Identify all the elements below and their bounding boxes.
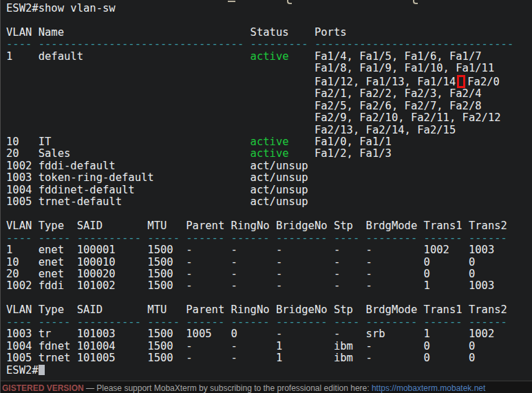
terminal[interactable]: ESW2#show vlan-sw VLAN Name Status Ports… xyxy=(1,0,532,381)
terminal-text: 1 default xyxy=(6,50,251,63)
text-cursor xyxy=(39,365,45,375)
statusbar-message: — Please support MobaXterm by subscribin… xyxy=(84,383,372,393)
terminal-line: 1002 fddi 101002 1500 - - - - - 1 1003 xyxy=(6,280,532,292)
terminal-text: Fa2/5, Fa2/6, Fa2/7, Fa2/8 xyxy=(6,100,482,112)
annotation-red-box xyxy=(457,75,465,88)
terminal-text: 20 Sales xyxy=(6,147,251,160)
terminal-line: Fa2/9, Fa2/10, Fa2/11, Fa2/12 xyxy=(6,112,532,124)
terminal-line: 1002 fddi-default act/unsup xyxy=(6,160,532,172)
status-bar: GISTERED VERSION — Please support MobaXt… xyxy=(1,381,532,393)
terminal-line: Fa2/1, Fa2/2, Fa2/3, Fa2/4 xyxy=(6,88,532,100)
terminal-line: Fa2/5, Fa2/6, Fa2/7, Fa2/8 xyxy=(6,100,532,112)
terminal-text: 1004 fdnet 101004 1500 - - 1 ibm - 0 0 xyxy=(6,340,475,352)
clipped-text-fragment xyxy=(287,0,292,4)
terminal-text: 1004 fddinet-default act/unsup xyxy=(6,184,308,196)
mobaxterm-url-link[interactable]: https://mobaxterm.mobatek.net xyxy=(372,383,485,393)
terminal-text: Fa1/12, Fa1/13, Fa1/14 xyxy=(6,76,456,88)
terminal-line xyxy=(6,293,532,304)
terminal-line: Fa2/13, Fa2/14, Fa2/15 xyxy=(6,125,532,136)
terminal-line: Fa1/8, Fa1/9, Fa1/10, Fa1/11 xyxy=(6,63,532,74)
terminal-line: 10 enet 100010 1500 - - - - - 0 0 xyxy=(6,257,532,268)
unregistered-version-label: GISTERED VERSION xyxy=(2,383,84,393)
terminal-line: ---- -------------------------------- --… xyxy=(6,39,532,50)
terminal-output: ESW2#show vlan-sw VLAN Name Status Ports… xyxy=(6,3,532,376)
terminal-text: VLAN Type SAID MTU Parent RingNo BridgeN… xyxy=(6,220,507,232)
terminal-line: 1 enet 100001 1500 - - - - - 1002 1003 xyxy=(6,244,532,256)
terminal-line: 1003 tr 101003 1500 1005 0 - - srb 1 100… xyxy=(6,328,532,340)
terminal-line: 1005 trnet 101005 1500 - - 1 ibm - 0 0 xyxy=(6,352,532,364)
terminal-text: ESW2# xyxy=(6,364,39,376)
terminal-line: ESW2# xyxy=(6,365,532,376)
terminal-text: 10 IT xyxy=(6,136,251,148)
terminal-text: Fa2/0 xyxy=(467,76,500,88)
terminal-line: VLAN Name Status Ports xyxy=(6,27,532,39)
terminal-text: 1002 fddi 101002 1500 - - - - - 1 1003 xyxy=(6,279,494,292)
table-separator: ---- -------------------------------- --… xyxy=(6,38,513,50)
terminal-line: 1005 trnet-default act/unsup xyxy=(6,196,532,208)
terminal-line: ESW2#show vlan-sw xyxy=(6,3,532,14)
terminal-text: 1005 trnet 101005 1500 - - 1 ibm - 0 0 xyxy=(6,352,475,364)
terminal-line: 10 IT active Fa1/0, Fa1/1 xyxy=(6,136,532,148)
terminal-line: VLAN Type SAID MTU Parent RingNo BridgeN… xyxy=(6,220,532,232)
terminal-line: 20 enet 100020 1500 - - - - - 0 0 xyxy=(6,268,532,280)
vlan-status-active: active xyxy=(251,50,289,63)
table-separator: ---- ----- ---------- ----- ------ -----… xyxy=(6,316,507,328)
terminal-line: ---- ----- ---------- ----- ------ -----… xyxy=(6,233,532,244)
terminal-text: VLAN Type SAID MTU Parent RingNo BridgeN… xyxy=(6,304,507,316)
vlan-status-active: active xyxy=(251,147,289,160)
terminal-line: 20 Sales active Fa1/2, Fa1/3 xyxy=(6,148,532,160)
terminal-text: ESW2#show vlan-sw xyxy=(6,2,116,14)
terminal-text: Fa1/8, Fa1/9, Fa1/10, Fa1/11 xyxy=(6,62,494,74)
terminal-line: 1 default active Fa1/4, Fa1/5, Fa1/6, Fa… xyxy=(6,51,532,63)
table-separator: ---- ----- ---------- ----- ------ -----… xyxy=(6,232,507,244)
terminal-line: 1004 fddinet-default act/unsup xyxy=(6,184,532,196)
terminal-text: 1002 fddi-default act/unsup xyxy=(6,160,308,172)
vlan-status-active: active xyxy=(251,136,289,148)
terminal-text: Fa2/9, Fa2/10, Fa2/11, Fa2/12 xyxy=(6,111,501,124)
terminal-text: 20 enet 100020 1500 - - - - - 0 0 xyxy=(6,268,475,280)
terminal-text: Fa1/2, Fa1/3 xyxy=(289,147,392,160)
terminal-text: 1 enet 100001 1500 - - - - - 1002 1003 xyxy=(6,244,494,256)
clipped-text-fragment xyxy=(413,0,418,4)
terminal-text: Fa1/4, Fa1/5, Fa1/6, Fa1/7 xyxy=(289,50,482,63)
terminal-text: Fa2/13, Fa2/14, Fa2/15 xyxy=(6,124,456,136)
terminal-line: ---- ----- ---------- ----- ------ -----… xyxy=(6,317,532,328)
terminal-text: 1003 token-ring-default act/unsup xyxy=(6,171,308,184)
mobaxterm-window: ESW2#show vlan-sw VLAN Name Status Ports… xyxy=(0,0,532,393)
terminal-line: 1003 token-ring-default act/unsup xyxy=(6,172,532,184)
terminal-text: Fa2/1, Fa2/2, Fa2/3, Fa2/4 xyxy=(6,87,482,100)
terminal-line: VLAN Type SAID MTU Parent RingNo BridgeN… xyxy=(6,304,532,316)
terminal-text: 10 enet 100010 1500 - - - - - 0 0 xyxy=(6,256,475,268)
clipped-text-fragment xyxy=(228,1,235,2)
terminal-text: 1003 tr 101003 1500 1005 0 - - srb 1 100… xyxy=(6,328,494,340)
terminal-text: VLAN Name Status Ports xyxy=(6,26,347,39)
terminal-line: Fa1/12, Fa1/13, Fa1/14Fa2/0 xyxy=(6,75,532,88)
terminal-line: 1004 fdnet 101004 1500 - - 1 ibm - 0 0 xyxy=(6,341,532,352)
terminal-line xyxy=(6,14,532,26)
terminal-text: 1005 trnet-default act/unsup xyxy=(6,195,308,208)
terminal-text: Fa1/0, Fa1/1 xyxy=(289,136,392,148)
terminal-line xyxy=(6,209,532,220)
